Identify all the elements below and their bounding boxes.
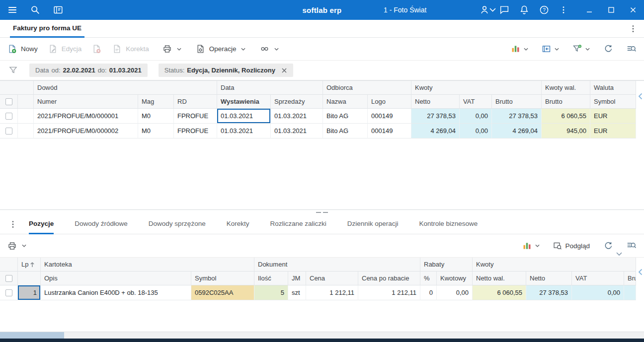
tab-dowody-zrodlowe[interactable]: Dowody źródłowe <box>75 214 128 234</box>
col-procent[interactable]: % <box>420 272 437 285</box>
tab-kontrole-biznesowe[interactable]: Kontrole biznesowe <box>419 214 478 234</box>
tab-dziennik-operacji[interactable]: Dziennik operacji <box>347 214 399 234</box>
tab-kebab-icon[interactable] <box>628 23 638 34</box>
messages-icon[interactable] <box>499 4 510 15</box>
cell-cena[interactable]: 1 212,11 <box>306 285 358 300</box>
col-netto[interactable]: Netto <box>526 272 572 285</box>
help-icon[interactable]: ? <box>539 4 550 15</box>
filter-chip-date[interactable]: Data od: 22.02.2021 do: 01.03.2021 <box>29 64 148 77</box>
notifications-bell-icon[interactable] <box>519 4 530 15</box>
tab-rozliczane-zaliczki[interactable]: Rozliczane zaliczki <box>270 214 326 234</box>
cell-lp-active[interactable]: 1 <box>18 285 41 300</box>
detail-kebab-icon[interactable] <box>8 219 18 230</box>
cell-jm[interactable]: szt <box>288 285 306 300</box>
group-lp[interactable]: Lp <box>18 258 41 272</box>
refresh-icon[interactable] <box>603 241 613 251</box>
cell-brutto-clipped[interactable] <box>624 285 636 300</box>
cell-rd[interactable]: FPROFUE <box>174 124 217 138</box>
cell-netto-wal[interactable]: 6 060,55 <box>473 285 526 300</box>
select-all-checkbox[interactable] <box>5 98 12 105</box>
col-netto[interactable]: Netto <box>411 95 460 109</box>
col-sprzedazy[interactable]: Sprzedaży <box>271 95 323 109</box>
col-netto-wal[interactable]: Netto wal. <box>473 272 526 285</box>
cell-kwotowy[interactable]: 0,00 <box>437 285 473 300</box>
cell-mag[interactable]: M0 <box>138 109 174 124</box>
col-symbol[interactable]: Symbol <box>191 272 254 285</box>
cell-ilosc[interactable]: 5 <box>254 285 288 300</box>
new-button[interactable]: Nowy <box>7 44 38 54</box>
search-icon[interactable] <box>30 4 41 15</box>
cell-wystawienia-active[interactable]: 01.03.2021 <box>217 109 271 124</box>
operations-button[interactable]: Operacje <box>195 44 245 54</box>
cell-wystawienia[interactable]: 01.03.2021 <box>217 124 271 138</box>
filter-chip-status[interactable]: Status: Edycja, Dziennik, Rozliczony <box>159 64 293 77</box>
search-in-list-icon[interactable] <box>626 240 637 251</box>
table-row[interactable]: 1 Lustrzanka Canion E400D + ob. 18-135 0… <box>0 285 636 300</box>
close-icon[interactable] <box>628 5 638 15</box>
cell-brutto-wal[interactable]: 6 060,55 <box>542 109 590 124</box>
analysis-chart-button[interactable] <box>510 44 528 54</box>
expand-right-panel-icon[interactable] <box>638 268 643 276</box>
col-brutto-wal[interactable]: Brutto <box>542 95 590 109</box>
col-jm[interactable]: JM <box>288 272 306 285</box>
col-wystawienia[interactable]: Wystawienia <box>217 95 271 109</box>
tab-korekty[interactable]: Korekty <box>227 214 249 234</box>
tab-dowody-sprzezone[interactable]: Dowody sprzężone <box>149 214 206 234</box>
horizontal-scrollbar-thumb[interactable] <box>0 332 64 339</box>
row-checkbox[interactable] <box>5 289 12 296</box>
col-nazwa[interactable]: Nazwa <box>323 95 368 109</box>
cards-icon[interactable] <box>53 4 64 15</box>
cell-vat[interactable]: 0,00 <box>572 285 624 300</box>
col-vat[interactable]: VAT <box>460 95 492 109</box>
detail-print-button[interactable] <box>7 241 26 251</box>
search-in-list-icon[interactable] <box>626 44 637 55</box>
cell-vat[interactable]: 0,00 <box>460 109 492 124</box>
col-rd[interactable]: RD <box>174 95 217 109</box>
col-mag[interactable]: Mag <box>138 95 174 109</box>
cell-netto[interactable]: 4 269,04 <box>411 124 460 138</box>
cell-brutto-wal[interactable]: 945,00 <box>542 124 590 138</box>
related-documents-button[interactable] <box>259 44 279 54</box>
print-button[interactable] <box>162 44 181 54</box>
filter-settings-button[interactable] <box>572 44 590 54</box>
select-all-checkbox[interactable] <box>5 275 12 282</box>
cell-vat[interactable]: 0,00 <box>460 124 492 138</box>
cell-cena-po-rabacie[interactable]: 1 212,11 <box>358 285 420 300</box>
row-checkbox[interactable] <box>5 128 12 135</box>
col-cena[interactable]: Cena <box>306 272 358 285</box>
cell-symbol[interactable]: 0592C025AA <box>191 285 254 300</box>
col-cena-po-rabacie[interactable]: Cena po rabacie <box>358 272 420 285</box>
cell-procent[interactable]: 0 <box>420 285 437 300</box>
minimize-icon[interactable] <box>584 5 594 15</box>
col-brutto[interactable]: Brutto <box>492 95 542 109</box>
detail-analysis-chart-button[interactable] <box>522 241 540 251</box>
panel-splitter[interactable] <box>0 209 644 214</box>
tab-pozycje[interactable]: Pozycje <box>29 214 54 234</box>
col-kwotowy[interactable]: Kwotowy <box>437 272 473 285</box>
funnel-icon[interactable] <box>8 65 18 75</box>
cell-nazwa[interactable]: Bito AG <box>323 109 368 124</box>
cell-symbol[interactable]: EUR <box>590 124 636 138</box>
expand-right-panel-icon[interactable] <box>638 92 643 100</box>
tab-faktury-pro-forma-ue[interactable]: Faktury pro forma UE <box>10 20 84 38</box>
remove-filter-icon[interactable] <box>281 68 287 73</box>
maximize-icon[interactable] <box>606 5 616 15</box>
table-row[interactable]: 2021/FPROFUE/M0/000001 M0 FPROFUE 01.03.… <box>0 109 636 124</box>
col-opis[interactable]: Opis <box>41 272 191 285</box>
col-symbol[interactable]: Symbol <box>590 95 636 109</box>
cell-opis[interactable]: Lustrzanka Canion E400D + ob. 18-135 <box>41 285 191 300</box>
col-lp[interactable] <box>18 272 41 285</box>
cell-numer[interactable]: 2021/FPROFUE/M0/000002 <box>34 124 138 138</box>
cell-sprzedazy[interactable]: 01.03.2021 <box>271 124 323 138</box>
col-vat[interactable]: VAT <box>572 272 624 285</box>
cell-brutto[interactable]: 27 378,53 <box>492 109 542 124</box>
cell-logo[interactable]: 000149 <box>368 109 411 124</box>
company-selector[interactable]: 1 - Foto Świat <box>384 6 496 14</box>
cell-brutto[interactable]: 4 269,04 <box>492 124 542 138</box>
col-numer[interactable]: Numer <box>34 95 138 109</box>
correction-button[interactable]: Korekta <box>112 44 149 54</box>
kebab-menu-icon[interactable] <box>559 4 568 15</box>
cell-mag[interactable]: M0 <box>138 124 174 138</box>
cell-logo[interactable]: 000149 <box>368 124 411 138</box>
cell-netto[interactable]: 27 378,53 <box>411 109 460 124</box>
